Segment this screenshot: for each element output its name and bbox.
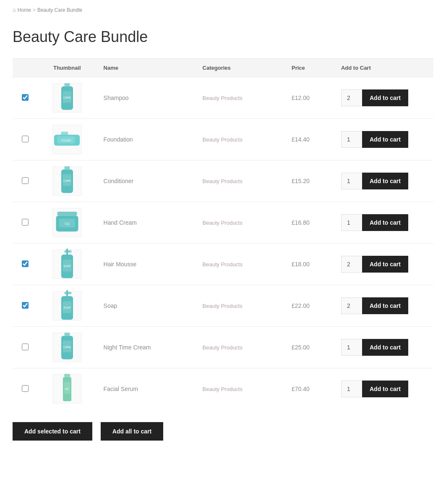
row-category-cell: Beauty Products	[196, 202, 285, 244]
row-cart-cell: Add to cart	[334, 77, 433, 119]
row-name-cell: Hand Cream	[97, 202, 196, 244]
product-thumbnail-5: SOAP	[52, 249, 82, 279]
product-name-4: Hand Cream	[104, 219, 137, 226]
product-thumbnail-8: SER	[52, 374, 82, 404]
row-cart-cell: Add to cart	[334, 368, 433, 410]
product-name-1: Shampoo	[104, 94, 129, 101]
bottom-actions: Add selected to cart Add all to cart	[0, 410, 446, 453]
svg-rect-5	[61, 131, 68, 135]
col-header-check	[13, 59, 37, 77]
row-checkbox-cell	[13, 77, 37, 119]
row-checkbox-4[interactable]	[22, 219, 29, 226]
qty-input-1[interactable]	[341, 89, 362, 106]
row-thumbnail-cell: CARE	[37, 327, 97, 368]
breadcrumb-separator: >	[33, 7, 36, 13]
col-header-thumbnail: Thumbnail	[37, 59, 97, 77]
table-row: FOUND Foundation Beauty Products £14.40 …	[13, 119, 433, 160]
row-category-cell: Beauty Products	[196, 119, 285, 160]
row-name-cell: Night Time Cream	[97, 327, 196, 368]
row-checkbox-2[interactable]	[22, 136, 29, 142]
add-to-cart-button-6[interactable]: Add to cart	[362, 297, 408, 314]
table-row: CARE Conditioner Beauty Products £15.20 …	[13, 160, 433, 202]
qty-input-7[interactable]	[341, 339, 362, 356]
row-category-cell: Beauty Products	[196, 327, 285, 368]
product-category-3: Beauty Products	[203, 178, 243, 184]
table-row: CARE Night Time Cream Beauty Products £2…	[13, 327, 433, 368]
add-to-cart-button-7[interactable]: Add to cart	[362, 339, 408, 356]
product-name-8: Facial Serum	[104, 386, 138, 392]
row-category-cell: Beauty Products	[196, 244, 285, 285]
qty-input-2[interactable]	[341, 131, 362, 148]
home-icon: ⌂	[13, 7, 16, 13]
row-cart-cell: Add to cart	[334, 285, 433, 327]
row-cart-cell: Add to cart	[334, 119, 433, 160]
page-title: Beauty Care Bundle	[0, 20, 446, 58]
svg-text:SOAP: SOAP	[63, 265, 71, 268]
add-to-cart-button-8[interactable]: Add to cart	[362, 381, 408, 397]
product-price-7: £25.00	[292, 344, 310, 351]
row-checkbox-1[interactable]	[22, 94, 29, 101]
add-selected-to-cart-button[interactable]: Add selected to cart	[13, 422, 92, 441]
row-checkbox-cell	[13, 119, 37, 160]
row-checkbox-5[interactable]	[22, 260, 29, 267]
row-checkbox-cell	[13, 285, 37, 327]
product-name-2: Foundation	[104, 136, 133, 143]
product-thumbnail-4: CQ	[52, 208, 82, 237]
product-category-7: Beauty Products	[203, 344, 243, 351]
row-checkbox-6[interactable]	[22, 302, 29, 309]
add-all-to-cart-button[interactable]: Add all to cart	[101, 422, 163, 441]
product-thumbnail-2: FOUND	[52, 125, 82, 154]
qty-input-6[interactable]	[341, 297, 362, 314]
row-checkbox-8[interactable]	[22, 385, 29, 392]
cart-controls-2: Add to cart	[341, 131, 427, 148]
cart-controls-6: Add to cart	[341, 297, 427, 314]
col-header-price: Price	[285, 59, 334, 77]
row-thumbnail-cell: CARE	[37, 77, 97, 119]
qty-input-8[interactable]	[341, 381, 362, 397]
row-checkbox-7[interactable]	[22, 344, 29, 350]
row-price-cell: £22.00	[285, 285, 334, 327]
row-cart-cell: Add to cart	[334, 244, 433, 285]
svg-text:CQ: CQ	[65, 222, 69, 226]
add-to-cart-button-2[interactable]: Add to cart	[362, 131, 408, 148]
add-to-cart-button-4[interactable]: Add to cart	[362, 214, 408, 231]
row-thumbnail-cell: CARE	[37, 160, 97, 202]
product-price-2: £14.40	[292, 136, 310, 143]
svg-rect-12	[57, 212, 77, 215]
add-to-cart-button-3[interactable]: Add to cart	[362, 173, 408, 189]
svg-rect-30	[64, 374, 70, 377]
svg-rect-8	[64, 166, 70, 169]
col-header-categories: Categories	[196, 59, 285, 77]
row-category-cell: Beauty Products	[196, 285, 285, 327]
qty-input-3[interactable]	[341, 173, 362, 189]
row-cart-cell: Add to cart	[334, 202, 433, 244]
svg-text:CARE: CARE	[63, 96, 71, 99]
product-price-3: £15.20	[292, 178, 310, 184]
product-category-1: Beauty Products	[203, 95, 243, 101]
product-price-1: £12.00	[292, 94, 310, 101]
product-price-4: £16.80	[292, 219, 310, 226]
svg-rect-17	[64, 250, 71, 252]
svg-rect-0	[64, 83, 70, 86]
cart-controls-4: Add to cart	[341, 214, 427, 231]
row-thumbnail-cell: CQ	[37, 202, 97, 244]
row-thumbnail-cell: SOAP	[37, 285, 97, 327]
svg-text:SOAP: SOAP	[63, 306, 71, 309]
svg-rect-26	[64, 333, 70, 336]
qty-input-4[interactable]	[341, 214, 362, 231]
breadcrumb-home[interactable]: Home	[18, 7, 31, 13]
table-row: CARE Shampoo Beauty Products £12.00 Add …	[13, 77, 433, 119]
svg-text:FOUND: FOUND	[61, 139, 71, 142]
row-checkbox-cell	[13, 202, 37, 244]
add-to-cart-button-1[interactable]: Add to cart	[362, 89, 408, 106]
row-checkbox-cell	[13, 368, 37, 410]
row-price-cell: £15.20	[285, 160, 334, 202]
row-checkbox-3[interactable]	[22, 177, 29, 184]
breadcrumb-current: Beauty Care Bundle	[37, 7, 82, 13]
qty-input-5[interactable]	[341, 256, 362, 273]
col-header-name: Name	[97, 59, 196, 77]
table-row: CQ Hand Cream Beauty Products £16.80 Add…	[13, 202, 433, 244]
row-name-cell: Conditioner	[97, 160, 196, 202]
row-cart-cell: Add to cart	[334, 160, 433, 202]
add-to-cart-button-5[interactable]: Add to cart	[362, 256, 408, 273]
